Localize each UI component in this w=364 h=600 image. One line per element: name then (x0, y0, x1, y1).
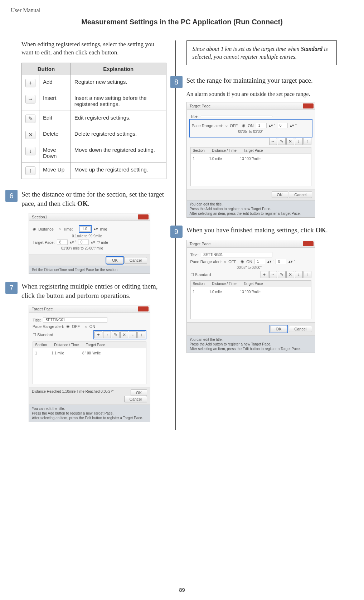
col-tp: Target Pace (244, 149, 263, 153)
table-row: ✕ Delete Delete registered settings. (22, 127, 166, 143)
standard-checkbox[interactable]: Standard (37, 333, 53, 337)
btn-desc: Edit registered settings. (71, 111, 166, 127)
ss-help-text: You can edit the title. Press the Add bu… (29, 405, 150, 422)
range-sec-input[interactable]: 0 (277, 123, 288, 128)
row-tp: 13 ' 00 "/mile (240, 290, 261, 294)
standard-checkbox[interactable]: Standard (195, 272, 211, 277)
title-input[interactable] (201, 116, 272, 117)
help-line: After selecting an item, press the Edit … (190, 347, 301, 351)
alert-label: Pace Range alert: (190, 260, 222, 264)
off-radio[interactable]: OFF (72, 324, 80, 329)
pencil-icon[interactable]: ✎ (278, 138, 286, 145)
screenshot-target-pace-7: Target Pace Title: SETTING01 Pace Range … (29, 305, 150, 422)
btn-name: Edit (39, 111, 71, 127)
ss-title-text: Target Pace (190, 104, 211, 108)
help-line: You can edit the title. (190, 202, 223, 206)
title-input[interactable]: SETTING01 (201, 252, 272, 257)
help-line: After selecting an item, press the Edit … (32, 416, 143, 420)
title-label: Title: (190, 253, 199, 257)
x-icon: ✕ (25, 131, 35, 139)
ok-button[interactable]: OK (107, 257, 123, 263)
arrow-down-icon[interactable]: ↓ (295, 271, 303, 278)
pace-sec-input[interactable]: 0 (78, 239, 89, 245)
arrow-up-icon[interactable]: ↑ (137, 331, 145, 338)
step-9-post: . (326, 226, 328, 234)
cancel-button[interactable]: Cancel (289, 326, 312, 332)
on-radio[interactable]: ON (89, 324, 96, 329)
step-marker-6: 6 (5, 190, 18, 202)
time-radio-label[interactable]: Time: (63, 227, 73, 231)
ss-help-text: You can edit the title. Press the Add bu… (187, 335, 315, 353)
btn-desc: Register new settings. (71, 75, 166, 91)
cancel-button[interactable]: Cancel (124, 257, 147, 263)
ss-title-text: Target Pace (32, 307, 53, 311)
note-bold: Standard (301, 46, 322, 52)
btn-desc: Delete registered settings. (71, 127, 166, 143)
btn-name: Move Up (39, 163, 71, 179)
list-item[interactable]: 1 1.1 mile 8 ' 00 "/mile (35, 351, 144, 355)
pencil-icon[interactable]: ✎ (112, 331, 120, 338)
pace-unit: "/ mile (97, 240, 108, 245)
arrow-up-icon: ↑ (25, 166, 35, 175)
arrow-down-icon[interactable]: ↓ (295, 138, 303, 145)
help-line: You can edit the title. (32, 407, 65, 411)
btn-desc: Move up the registered setting. (71, 163, 166, 179)
arrow-down-icon[interactable]: ↓ (129, 331, 137, 338)
x-icon[interactable]: ✕ (286, 271, 294, 278)
title-input[interactable]: SETTING01 (43, 317, 107, 323)
distance-radio-label[interactable]: Distance (38, 227, 54, 231)
arrow-right-icon[interactable]: → (269, 138, 277, 145)
ok-button[interactable]: OK (271, 326, 287, 332)
close-icon[interactable] (303, 103, 314, 108)
arrow-up-icon[interactable]: ↑ (304, 138, 311, 145)
x-icon[interactable]: ✕ (286, 138, 294, 145)
table-row: ↑ Move Up Move up the registered setting… (22, 163, 166, 179)
close-icon[interactable] (138, 306, 149, 311)
screenshot-target-pace-9: Target Pace Title: SETTING01 Pace Range … (186, 240, 315, 353)
page-title: Measurement Settings in the PC Applicati… (21, 18, 343, 26)
off-radio[interactable]: OFF (228, 260, 236, 264)
row-tp: 8 ' 00 "/mile (82, 351, 101, 355)
btn-name: Add (39, 75, 71, 91)
close-icon[interactable] (303, 241, 314, 246)
step-6-text: Set the distance or time for the section… (21, 190, 166, 208)
list-item[interactable]: 1 1.0 mile 13 ' 00 "/mile (193, 290, 309, 294)
range-min-input[interactable]: 1 (254, 259, 265, 264)
plus-icon[interactable]: + (94, 331, 102, 338)
ss-title-text: Target Pace (190, 242, 211, 246)
range-text: 00'05" to 03'00" (237, 266, 311, 270)
pace-min-input[interactable]: 8 (57, 239, 68, 245)
step-6-pre: Set the distance or time for the section… (21, 190, 164, 207)
ok-button[interactable]: OK (131, 389, 147, 396)
x-icon[interactable]: ✕ (120, 331, 128, 338)
screenshot-section1: Section1 ◉ Distance ○ Time: 1.0 ▴▾ mile … (29, 213, 150, 274)
range-min-input[interactable]: 1 (256, 123, 267, 128)
pencil-icon[interactable]: ✎ (278, 271, 286, 278)
close-icon[interactable] (138, 214, 149, 219)
table-row: ↓ Move Down Move down the registered set… (22, 143, 166, 163)
arrow-right-icon[interactable]: → (103, 331, 111, 338)
distance-input[interactable]: 1.0 (80, 226, 91, 232)
col-section: Section (35, 343, 47, 347)
row-tp: 13 ' 00 "/mile (240, 157, 261, 161)
step-8-sub: An alarm sounds if you are outside the s… (186, 90, 337, 98)
step-marker-7: 7 (5, 282, 18, 294)
title-label: Title: (33, 318, 41, 322)
arrow-down-icon: ↓ (25, 147, 35, 155)
list-item[interactable]: 1 1.0 mile 13 ' 00 "/mile (193, 157, 309, 161)
cancel-button[interactable]: Cancel (124, 396, 147, 402)
plus-icon[interactable]: + (261, 271, 268, 278)
arrow-right-icon[interactable]: → (269, 271, 277, 278)
arrow-up-icon[interactable]: ↑ (304, 271, 311, 278)
ok-button[interactable]: OK (272, 192, 288, 198)
off-radio[interactable]: OFF (230, 124, 238, 128)
on-radio[interactable]: ON (246, 260, 252, 264)
help-line: You can edit the title. (190, 338, 223, 342)
range-sec-input[interactable]: 0 (276, 259, 286, 264)
btn-name: Delete (39, 127, 71, 143)
on-radio[interactable]: ON (248, 124, 254, 128)
cancel-button[interactable]: Cancel (289, 192, 312, 198)
range-text: 00'05" to 03'00" (238, 130, 310, 134)
step-6-bold: OK (77, 200, 88, 207)
intro-text: When editing registered settings, select… (21, 40, 166, 57)
